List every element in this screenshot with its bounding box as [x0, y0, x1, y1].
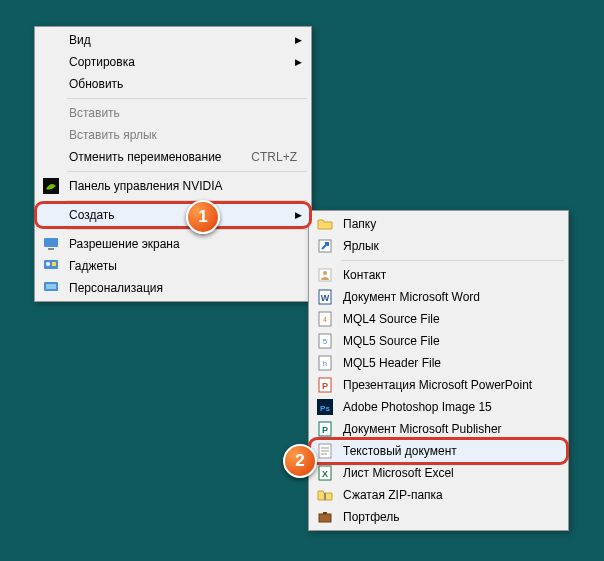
menu-label: MQL5 Header File — [343, 356, 441, 370]
create-ppt[interactable]: P Презентация Microsoft PowerPoint — [311, 374, 566, 396]
menu-nvidia[interactable]: Панель управления NVIDIA — [37, 175, 309, 197]
create-submenu: Папку Ярлык Контакт W Документ Microsoft… — [308, 210, 569, 531]
excel-icon: X — [317, 465, 333, 481]
menu-view[interactable]: Вид ▶ — [37, 29, 309, 51]
create-zip[interactable]: Сжатая ZIP-папка — [311, 484, 566, 506]
svg-text:X: X — [322, 469, 328, 479]
display-icon — [43, 236, 59, 252]
create-mql4[interactable]: 4 MQL4 Source File — [311, 308, 566, 330]
menu-label: Контакт — [343, 268, 386, 282]
submenu-arrow-icon: ▶ — [293, 51, 303, 73]
submenu-arrow-icon: ▶ — [293, 204, 303, 226]
menu-paste-shortcut: Вставить ярлык — [37, 124, 309, 146]
menu-sort[interactable]: Сортировка ▶ — [37, 51, 309, 73]
svg-rect-33 — [323, 512, 327, 514]
svg-rect-1 — [44, 238, 58, 247]
contact-icon — [317, 267, 333, 283]
menu-separator — [67, 229, 307, 230]
create-excel[interactable]: X Лист Microsoft Excel — [311, 462, 566, 484]
menu-gadgets[interactable]: Гаджеты — [37, 255, 309, 277]
menu-label: Ярлык — [343, 239, 379, 253]
menu-label: Текстовый документ — [343, 444, 457, 458]
create-word[interactable]: W Документ Microsoft Word — [311, 286, 566, 308]
photoshop-icon: Ps — [317, 399, 333, 415]
menu-label: MQL4 Source File — [343, 312, 440, 326]
menu-separator — [67, 98, 307, 99]
menu-label: Вид — [69, 33, 91, 47]
text-file-icon — [317, 443, 333, 459]
menu-label: Отменить переименование — [69, 150, 222, 164]
svg-rect-31 — [324, 493, 326, 500]
personalization-icon — [43, 280, 59, 296]
zip-icon — [317, 487, 333, 503]
svg-point-10 — [323, 271, 327, 275]
create-shortcut[interactable]: Ярлык — [311, 235, 566, 257]
svg-text:Ps: Ps — [320, 404, 330, 413]
submenu-arrow-icon: ▶ — [293, 29, 303, 51]
svg-text:4: 4 — [323, 316, 327, 323]
menu-label: Разрешение экрана — [69, 237, 180, 251]
menu-label: Папку — [343, 217, 376, 231]
menu-create[interactable]: Создать ▶ — [37, 204, 309, 226]
menu-undo-rename[interactable]: Отменить переименование CTRL+Z — [37, 146, 309, 168]
svg-text:P: P — [322, 425, 328, 435]
shortcut-icon — [317, 238, 333, 254]
svg-rect-2 — [48, 248, 54, 250]
menu-separator — [341, 260, 564, 261]
powerpoint-icon: P — [317, 377, 333, 393]
menu-shortcut: CTRL+Z — [251, 146, 297, 168]
menu-label: Создать — [69, 208, 115, 222]
gadgets-icon — [43, 258, 59, 274]
menu-paste: Вставить — [37, 102, 309, 124]
menu-label: Персонализация — [69, 281, 163, 295]
menu-separator — [67, 200, 307, 201]
svg-text:h: h — [323, 360, 327, 367]
create-text-document[interactable]: Текстовый документ — [311, 440, 566, 462]
menu-label: MQL5 Source File — [343, 334, 440, 348]
menu-resolution[interactable]: Разрешение экрана — [37, 233, 309, 255]
create-folder[interactable]: Папку — [311, 213, 566, 235]
svg-rect-5 — [52, 262, 56, 266]
menu-refresh[interactable]: Обновить — [37, 73, 309, 95]
menu-label: Портфель — [343, 510, 400, 524]
mql5-icon: 5 — [317, 333, 333, 349]
svg-text:P: P — [322, 381, 328, 391]
menu-label: Документ Microsoft Word — [343, 290, 480, 304]
word-icon: W — [317, 289, 333, 305]
menu-personalization[interactable]: Персонализация — [37, 277, 309, 299]
svg-point-4 — [46, 262, 50, 266]
menu-label: Обновить — [69, 77, 123, 91]
menu-separator — [67, 171, 307, 172]
mql5h-icon: h — [317, 355, 333, 371]
menu-label: Вставить ярлык — [69, 128, 157, 142]
svg-text:5: 5 — [323, 338, 327, 345]
menu-label: Гаджеты — [69, 259, 117, 273]
create-briefcase[interactable]: Портфель — [311, 506, 566, 528]
svg-text:W: W — [321, 293, 330, 303]
publisher-icon: P — [317, 421, 333, 437]
folder-icon — [317, 216, 333, 232]
nvidia-icon — [43, 178, 59, 194]
menu-label: Вставить — [69, 106, 120, 120]
create-mql5[interactable]: 5 MQL5 Source File — [311, 330, 566, 352]
desktop-context-menu: Вид ▶ Сортировка ▶ Обновить Вставить Вст… — [34, 26, 312, 302]
create-mql5h[interactable]: h MQL5 Header File — [311, 352, 566, 374]
briefcase-icon — [317, 509, 333, 525]
menu-label: Сортировка — [69, 55, 135, 69]
svg-rect-32 — [319, 514, 331, 522]
create-contact[interactable]: Контакт — [311, 264, 566, 286]
mql4-icon: 4 — [317, 311, 333, 327]
menu-label: Презентация Microsoft PowerPoint — [343, 378, 532, 392]
menu-label: Сжатая ZIP-папка — [343, 488, 443, 502]
menu-label: Документ Microsoft Publisher — [343, 422, 502, 436]
callout-step-2: 2 — [283, 444, 317, 478]
create-publisher[interactable]: P Документ Microsoft Publisher — [311, 418, 566, 440]
menu-label: Лист Microsoft Excel — [343, 466, 454, 480]
svg-rect-7 — [46, 284, 56, 289]
callout-step-1: 1 — [186, 200, 220, 234]
menu-label: Панель управления NVIDIA — [69, 179, 223, 193]
menu-label: Adobe Photoshop Image 15 — [343, 400, 492, 414]
create-psd[interactable]: Ps Adobe Photoshop Image 15 — [311, 396, 566, 418]
